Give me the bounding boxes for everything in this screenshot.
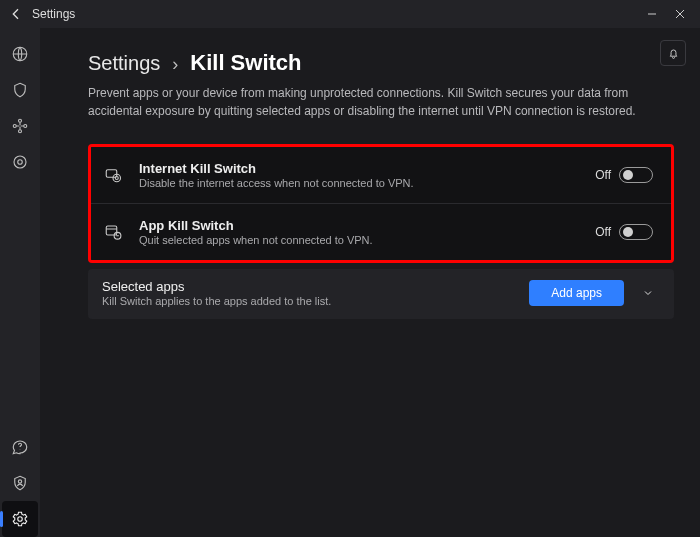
svg-point-2 xyxy=(13,125,16,128)
selected-apps-title: Selected apps xyxy=(102,279,517,294)
setting-title: App Kill Switch xyxy=(139,218,581,233)
sidebar-item-settings[interactable] xyxy=(2,501,38,537)
sidebar-item-account[interactable] xyxy=(2,465,38,501)
selected-apps-desc: Kill Switch applies to the apps added to… xyxy=(102,295,517,307)
app-kill-icon xyxy=(101,220,125,244)
selected-apps-section: Selected apps Kill Switch applies to the… xyxy=(88,269,674,319)
svg-point-8 xyxy=(18,517,23,522)
sidebar-item-meshnet[interactable] xyxy=(2,108,38,144)
back-button[interactable] xyxy=(8,6,24,22)
svg-point-6 xyxy=(18,160,23,165)
window-title: Settings xyxy=(32,7,75,21)
setting-desc: Disable the internet access when not con… xyxy=(139,177,581,189)
breadcrumb: Settings › Kill Switch xyxy=(88,50,674,76)
toggle-state-label: Off xyxy=(595,168,611,182)
sidebar xyxy=(0,28,40,537)
add-apps-button[interactable]: Add apps xyxy=(529,280,624,306)
expand-apps-button[interactable] xyxy=(636,281,660,305)
page-title: Kill Switch xyxy=(190,50,301,76)
app-kill-toggle[interactable] xyxy=(619,224,653,240)
sidebar-item-globe[interactable] xyxy=(2,36,38,72)
svg-rect-9 xyxy=(106,170,117,178)
notifications-button[interactable] xyxy=(660,40,686,66)
main-content: Settings › Kill Switch Prevent apps or y… xyxy=(40,28,700,537)
setting-title: Internet Kill Switch xyxy=(139,161,581,176)
setting-internet-kill-switch: Internet Kill Switch Disable the interne… xyxy=(91,147,671,203)
svg-point-11 xyxy=(115,177,118,180)
chevron-right-icon: › xyxy=(172,54,178,75)
page-description: Prevent apps or your device from making … xyxy=(88,84,648,120)
setting-desc: Quit selected apps when not connected to… xyxy=(139,234,581,246)
svg-point-1 xyxy=(19,119,22,122)
titlebar: Settings xyxy=(0,0,700,28)
setting-app-kill-switch: App Kill Switch Quit selected apps when … xyxy=(91,203,671,260)
toggle-state-label: Off xyxy=(595,225,611,239)
svg-point-5 xyxy=(14,156,26,168)
internet-kill-icon xyxy=(101,163,125,187)
sidebar-item-shield[interactable] xyxy=(2,72,38,108)
internet-kill-toggle[interactable] xyxy=(619,167,653,183)
breadcrumb-parent[interactable]: Settings xyxy=(88,52,160,75)
close-button[interactable] xyxy=(666,0,694,28)
svg-point-7 xyxy=(18,480,21,483)
svg-point-3 xyxy=(24,125,27,128)
highlighted-settings-group: Internet Kill Switch Disable the interne… xyxy=(88,144,674,263)
sidebar-item-target[interactable] xyxy=(2,144,38,180)
sidebar-item-help[interactable] xyxy=(2,429,38,465)
minimize-button[interactable] xyxy=(638,0,666,28)
svg-point-4 xyxy=(19,130,22,133)
